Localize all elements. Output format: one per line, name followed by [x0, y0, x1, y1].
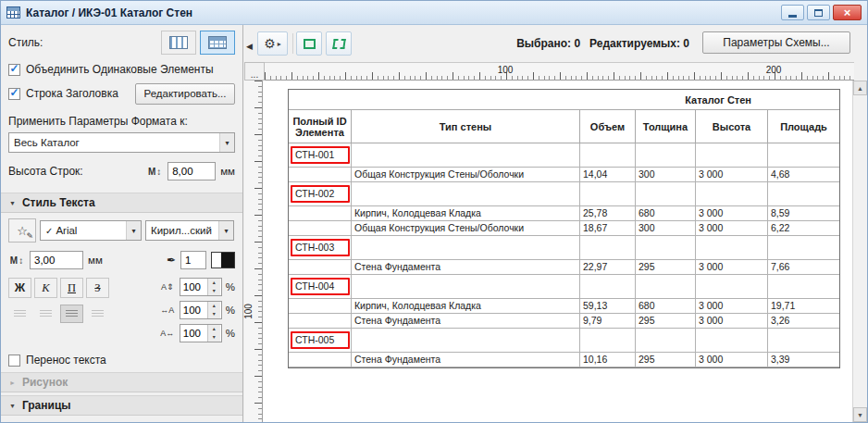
- minimize-button[interactable]: [781, 5, 804, 20]
- table-data-row[interactable]: Кирпич, Колодцевая Кладка25,786803 0008,…: [289, 206, 839, 221]
- table-data-row[interactable]: Стена Фундамента22,972953 0007,66: [289, 260, 839, 275]
- table-id-row[interactable]: СТН-003: [289, 236, 839, 260]
- chevron-down-icon[interactable]: ▾: [218, 221, 233, 240]
- marquee-select-icon: [304, 39, 316, 49]
- wrap-text-checkbox[interactable]: Перенос текста: [8, 354, 235, 367]
- font-family-select[interactable]: ✓ Arial ▾: [40, 220, 142, 241]
- apply-format-select[interactable]: Весь Каталог ▾: [8, 132, 235, 153]
- spin-down-icon[interactable]: ▾: [208, 287, 220, 295]
- italic-button[interactable]: К: [34, 278, 57, 298]
- table-data-row[interactable]: Стена Фундамента10,162953 0003,39: [289, 353, 839, 367]
- vertical-scrollbar[interactable]: ▲ ▼: [852, 81, 867, 422]
- char-spacing-spinner[interactable]: ▴▾: [180, 324, 222, 342]
- char-width-spinner[interactable]: ▴▾: [180, 301, 222, 319]
- table-title-row[interactable]: Каталог Стен: [289, 90, 839, 110]
- titlebar[interactable]: Каталог / ИКЭ-01 Каталог Стен ×: [1, 1, 867, 25]
- underline-button[interactable]: П: [60, 278, 83, 298]
- column-header[interactable]: Тип стены: [352, 110, 580, 143]
- style-columns-button[interactable]: [161, 31, 196, 55]
- alignment-buttons: [8, 305, 118, 323]
- chevron-down-icon[interactable]: ▾: [126, 221, 141, 240]
- apply-format-label: Применить Параметры Формата к:: [8, 115, 235, 128]
- column-header[interactable]: Толщина: [636, 110, 696, 143]
- select-region-button[interactable]: [326, 31, 352, 56]
- table-id-row[interactable]: СТН-004: [289, 275, 839, 299]
- row-height-setting: Высота Строк: M↕ мм: [8, 161, 235, 181]
- cell-height: 3 000: [696, 299, 768, 314]
- edit-button[interactable]: Редактировать...: [135, 83, 235, 105]
- cell-thickness: 680: [636, 206, 696, 221]
- cell-type: Стена Фундамента: [352, 314, 580, 329]
- chevron-down-icon[interactable]: ▾: [219, 133, 234, 152]
- cell-thickness: 300: [636, 168, 696, 182]
- table-data-row[interactable]: Стена Фундамента9,792953 0003,26: [289, 314, 839, 329]
- char-width-input[interactable]: [180, 302, 207, 318]
- cell-type: Стена Фундамента: [352, 260, 580, 275]
- column-header[interactable]: Площадь: [768, 110, 839, 143]
- section-borders[interactable]: ▼ Границы: [1, 395, 242, 416]
- font-size-input[interactable]: [30, 251, 83, 269]
- schedule-canvas[interactable]: Каталог Стен Полный ID ЭлементаТип стены…: [263, 81, 852, 422]
- cell-type: Общая Конструкция Стены/Оболочки: [352, 168, 580, 182]
- column-header[interactable]: Высота: [696, 110, 768, 143]
- cell-height: [696, 329, 768, 353]
- spin-down-icon[interactable]: ▾: [208, 310, 220, 318]
- style-grid-button[interactable]: [200, 31, 235, 55]
- select-elements-button[interactable]: [296, 31, 322, 56]
- cell-area: [768, 275, 839, 299]
- font-script-select[interactable]: Кирил...ский ▾: [145, 220, 234, 241]
- scroll-down-button[interactable]: ▼: [853, 407, 867, 422]
- column-header[interactable]: Полный ID Элемента: [289, 110, 352, 143]
- cell-volume: 59,13: [580, 299, 636, 314]
- row-height-input[interactable]: [167, 162, 216, 180]
- align-justify-button[interactable]: [86, 305, 109, 323]
- toolbar-separator: [292, 33, 293, 54]
- merge-elements-checkbox[interactable]: ✓ Объединить Одинаковые Элементы: [8, 63, 235, 76]
- collapse-sidebar-icon[interactable]: ◀: [246, 42, 253, 51]
- spin-down-icon[interactable]: ▾: [208, 333, 220, 342]
- table-data-row[interactable]: Общая Конструкция Стены/Оболочки18,67300…: [289, 221, 839, 236]
- align-left-button[interactable]: [8, 305, 31, 323]
- horizontal-ruler: 100 200: [265, 62, 854, 81]
- settings-menu-button[interactable]: ⚙ ▸: [257, 31, 288, 56]
- scheme-parameters-button[interactable]: Параметры Схемы...: [702, 31, 850, 54]
- pen-color-swatch[interactable]: [211, 252, 235, 268]
- line-spacing-spinner[interactable]: ▴▾: [180, 278, 222, 296]
- cell-area: 6,22: [768, 221, 839, 236]
- table-data-row[interactable]: Общая Конструкция Стены/Оболочки14,04300…: [289, 168, 839, 182]
- header-row-checkbox[interactable]: ✓ Строка Заголовка: [8, 87, 118, 100]
- section-text-style[interactable]: ▼ Стиль Текста: [1, 193, 242, 213]
- font-size-icon: M↕: [8, 255, 25, 266]
- align-center-button[interactable]: [34, 305, 57, 323]
- table-id-row[interactable]: СТН-002: [289, 182, 839, 206]
- table-data-row[interactable]: Кирпич, Колодцевая Кладка59,136803 00019…: [289, 299, 839, 314]
- align-right-button[interactable]: [60, 305, 83, 323]
- cell-height: [696, 236, 768, 260]
- strikethrough-button[interactable]: З: [86, 278, 109, 298]
- cell-thickness: 295: [636, 260, 696, 275]
- table-id-row[interactable]: СТН-005: [289, 329, 839, 353]
- cell-height: 3 000: [696, 206, 768, 221]
- table-body: СТН-001Общая Конструкция Стены/Оболочки1…: [289, 143, 839, 367]
- scroll-up-button[interactable]: ▲: [853, 81, 867, 95]
- pen-number-input[interactable]: [180, 251, 206, 269]
- ruler-options-button[interactable]: ...: [244, 62, 265, 81]
- bold-button[interactable]: Ж: [8, 278, 31, 298]
- cell-type: Общая Конструкция Стены/Оболочки: [352, 221, 580, 236]
- close-button[interactable]: ×: [833, 5, 862, 20]
- maximize-button[interactable]: [807, 5, 830, 20]
- favorites-button[interactable]: ☆ ✎: [8, 218, 36, 243]
- schedule-window: Каталог / ИКЭ-01 Каталог Стен × Стиль: ✓…: [0, 0, 868, 423]
- table-id-row[interactable]: СТН-001: [289, 143, 839, 168]
- section-drawing[interactable]: ► Рисунок: [1, 372, 242, 392]
- line-spacing-input[interactable]: [180, 279, 207, 295]
- spin-up-icon[interactable]: ▴: [208, 325, 220, 333]
- cell-area: 19,71: [768, 299, 839, 314]
- font-script-value: Кирил...ский: [151, 225, 212, 236]
- percent-label: %: [226, 305, 235, 316]
- cell-area: 7,66: [768, 260, 839, 275]
- column-header[interactable]: Объем: [580, 110, 636, 143]
- char-spacing-input[interactable]: [180, 325, 207, 342]
- spin-up-icon[interactable]: ▴: [208, 279, 220, 287]
- spin-up-icon[interactable]: ▴: [208, 302, 220, 310]
